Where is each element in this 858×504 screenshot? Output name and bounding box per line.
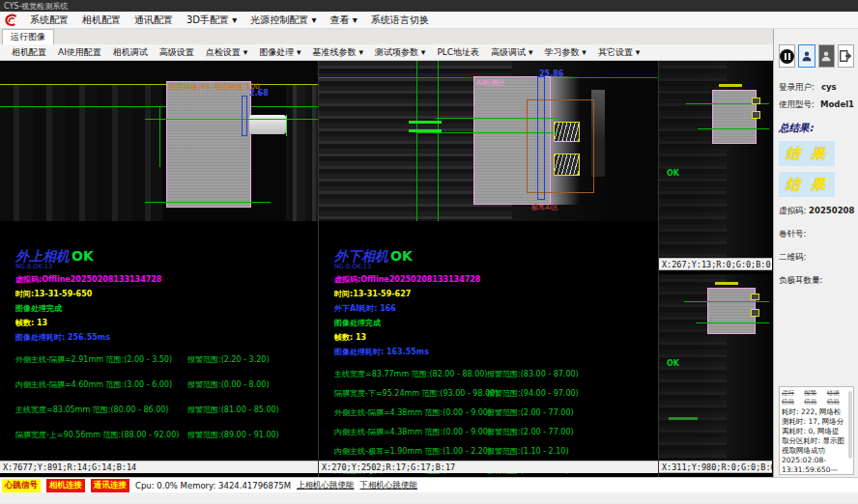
heartbeat-badge: 心跳信号: [2, 479, 41, 492]
lower-camera-heartbeat-toggle[interactable]: 下相机心跳使能: [360, 480, 418, 491]
measure-text: 内侧主线-极耳=1.90mm 范围:(1.00 - 2.20): [334, 446, 487, 457]
window-bottom-edge: [0, 492, 858, 503]
menu-light-config[interactable]: 光源控制配置 ▾: [243, 14, 323, 27]
measurement-row: 主线宽度=83.77mm 范围:(82.00 - 88.00)报警范围:(83.…: [334, 369, 656, 379]
cell-region: [707, 288, 756, 334]
measure-text: 主线宽度=83.77mm 范围:(82.00 - 88.00): [334, 369, 487, 379]
left-camera-view[interactable]: 2.68 固定阈值:93, 动态阈值:100: [0, 61, 318, 221]
model-value: Model1: [820, 99, 854, 111]
menu-system-config[interactable]: 系统配置: [23, 14, 75, 27]
upper-camera-heartbeat-toggle[interactable]: 上相机心跳使能: [297, 480, 355, 491]
result-ok-badge: OK: [72, 248, 94, 264]
model-label: 使用型号:: [779, 99, 820, 111]
exit-button[interactable]: [838, 44, 854, 68]
pause-button[interactable]: [779, 44, 795, 68]
menu-3d-config[interactable]: 3D手配置 ▾: [180, 14, 243, 27]
menu-comm-config[interactable]: 通讯配置: [128, 14, 180, 27]
menu-camera-config[interactable]: 相机配置: [75, 14, 128, 27]
camera-connect-badge: 相机连接: [46, 479, 85, 492]
operator-button[interactable]: [818, 44, 835, 68]
measure-text: 隔膜宽度-上=90.56mm 范围:(88.00 - 92.00): [15, 430, 187, 440]
pixel-coordinates: X:267;Y:13;R:0;G:0;B:0: [662, 260, 771, 269]
window-titlebar: CYS-视觉检测系统: [0, 0, 858, 12]
measure-text: 隔膜宽度-下=95.24mm 范围:(93.00 - 98.00): [334, 388, 487, 399]
tool-spot-check[interactable]: 点检设置 ▾: [200, 46, 253, 59]
elapsed-line: 图像处理耗时: 256.55ms: [15, 332, 316, 343]
alarm-text: 报警范围:(81.00 - 85.00): [187, 405, 279, 415]
menu-language-switch[interactable]: 系统语言切换: [364, 14, 436, 27]
small-view-status: OK: [667, 169, 679, 178]
log-scrollbar[interactable]: [848, 391, 852, 459]
tool-test-params[interactable]: 测试项参数 ▾: [369, 46, 431, 59]
measure-text: 外侧主线-隔膜=4.38mm 范围:(0.00 - 9.00): [334, 407, 487, 418]
left-camera-panel: 2.68 固定阈值:93, 动态阈值:100 外上相机OK NG:0,OK:13…: [0, 61, 319, 477]
measurement-rows: 外侧主线-隔膜=2.91mm 范围:(2.00 - 3.50)报警范围:(2.2…: [15, 354, 316, 440]
small-top-coordinate-strip: X:267;Y:13;R:0;G:0;B:0: [659, 258, 772, 270]
qr-code-label: 二维码:: [779, 252, 806, 262]
measurement-row: 外侧主线-隔膜=2.91mm 范围:(2.00 - 3.50)报警范围:(2.2…: [15, 354, 316, 365]
small-top-camera-view[interactable]: OK: [659, 61, 772, 258]
log-tabs: 运行信息 报警信息 错误信息: [782, 389, 845, 406]
green-marker: [409, 121, 442, 124]
timestamp-line: 时间:13-31-59-627: [334, 289, 656, 299]
green-measure-line: [145, 202, 271, 203]
control-sidebar: 登录用户: cys 使用型号: Model1 总结果: 结 果 结 果 虚拟码:…: [773, 29, 858, 477]
small-views-column: OK X:267;Y:13;R:0;G:0;B:0 OK: [659, 61, 772, 477]
tool-advanced-settings[interactable]: 高级设置: [154, 46, 200, 59]
mid-coordinate-strip: X:270;Y:2502;R:17;G:17;B:17: [319, 461, 658, 473]
sidebar-buttons: [779, 44, 854, 68]
pixel-coordinates: X:270;Y:2502;R:17;G:17;B:17: [322, 462, 455, 472]
measurement-row: 主线宽度=83.05mm 范围:(80.00 - 86.00)报警范围:(81.…: [15, 405, 316, 415]
login-user-field: 登录用户: cys: [779, 82, 854, 94]
tab-detect-box: [751, 309, 759, 317]
virtual-code-line: 虚拟码:Offline20250208133134728: [15, 274, 316, 285]
tool-camera-debug[interactable]: 相机调试: [107, 46, 154, 59]
measurement-row: 内侧主线-隔膜=4.38mm 范围:(0.00 - 9.00)报警范围:(2.0…: [334, 427, 656, 437]
tool-plc-address[interactable]: PLC地址表: [431, 46, 485, 59]
qr-code-row: 二维码:: [779, 252, 854, 264]
log-tab-error[interactable]: 错误信息: [827, 389, 845, 406]
tab-count-label: 负极耳数量:: [779, 275, 822, 285]
frame-count-line: 帧数: 13: [334, 332, 656, 343]
tool-other-settings[interactable]: 其它设置 ▾: [592, 46, 645, 59]
measure-text: 内侧主线-隔膜=4.60mm 范围:(3.00 - 6.00): [15, 379, 187, 390]
tool-ai-usage[interactable]: AI使用配置: [52, 46, 107, 59]
tab-ai-label: 极耳AI区: [531, 203, 558, 212]
alarm-text: 报警范围:(94.00 - 97.00): [487, 388, 579, 399]
virtual-code-row: 虚拟码: 20250208: [779, 206, 854, 217]
alarm-text: 报警范围:(89.00 - 91.00): [187, 430, 279, 440]
alarm-text: 报警范围:(2.00 - 77.00): [487, 427, 574, 437]
green-edge-line: [416, 61, 417, 221]
green-measure-line: [145, 119, 318, 120]
tool-image-processing[interactable]: 图像处理 ▾: [253, 46, 306, 59]
tab-detect-box: [752, 98, 760, 104]
tool-advanced-debug[interactable]: 高级调试 ▾: [485, 46, 538, 59]
measurement-row: 内侧主线-隔膜=4.60mm 范围:(3.00 - 6.00)报警范围:(0.0…: [15, 379, 316, 390]
log-tab-run[interactable]: 运行信息: [782, 389, 800, 406]
measure-text: 内侧主线-隔膜=4.38mm 范围:(0.00 - 9.00): [334, 427, 487, 437]
tab-detect-box: [554, 122, 580, 142]
alarm-text: 报警范围:(2.00 - 77.00): [487, 407, 574, 418]
small-bottom-camera-view[interactable]: OK: [659, 274, 772, 461]
app-logo-icon: [4, 13, 19, 28]
camera-views: 2.68 固定阈值:93, 动态阈值:100 外上相机OK NG:0,OK:13…: [0, 61, 773, 477]
user-button[interactable]: [798, 44, 815, 68]
log-tab-alarm[interactable]: 报警信息: [804, 389, 822, 406]
log-panel: 运行信息 报警信息 错误信息 耗时: 222, 网络检测耗时: 17, 网络分离…: [779, 386, 854, 475]
menu-view[interactable]: 查看 ▾: [323, 14, 363, 27]
tool-baseline-params[interactable]: 基准线参数 ▾: [307, 46, 369, 59]
tool-learning-params[interactable]: 学习参数 ▾: [539, 46, 592, 59]
mid-camera-panel: AI检测区 25.86 极耳AI区 外下相机OK NG:0,OK:13 虚拟码:…: [319, 61, 659, 477]
measurement-row: 隔膜宽度-下=95.24mm 范围:(93.00 - 98.00)报警范围:(9…: [334, 388, 656, 399]
comm-connect-badge: 通讯连接: [91, 479, 129, 492]
mid-camera-view[interactable]: AI检测区 25.86 极耳AI区: [319, 61, 658, 221]
result-ok-badge: OK: [390, 248, 413, 264]
timestamp-line: 时间:13-31-59-650: [15, 289, 316, 299]
tab-row: 运行图像: [0, 29, 773, 44]
blue-roi-box: [537, 76, 545, 200]
tool-camera-config[interactable]: 相机配置: [6, 46, 52, 59]
green-edge-line: [286, 115, 287, 136]
pin-number-label: 卷针号:: [779, 229, 806, 238]
measurement-row: 外侧主线-隔膜=4.38mm 范围:(0.00 - 9.00)报警范围:(2.0…: [334, 407, 656, 418]
tab-run-image[interactable]: 运行图像: [2, 29, 54, 44]
